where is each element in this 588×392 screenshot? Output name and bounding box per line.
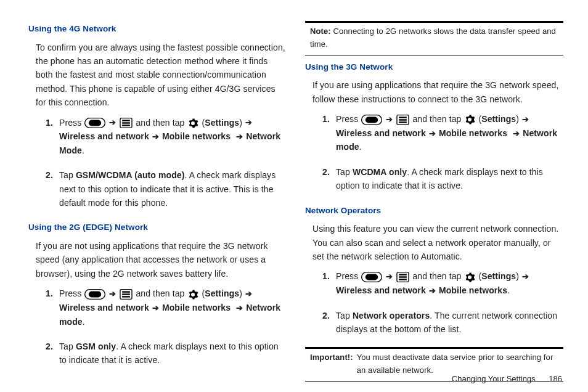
text: ) — [516, 271, 521, 281]
text: ) — [516, 114, 521, 124]
arrow-icon: ➔ — [513, 128, 520, 141]
arrow-icon: ➔ — [152, 302, 159, 315]
text: Press — [336, 114, 361, 124]
text: . — [83, 317, 85, 327]
step-netops-1: Press ➔ and then tap (Settings) ➔ Wirele… — [322, 269, 563, 297]
para-2g: If you are not using applications that r… — [36, 239, 287, 280]
text: Connecting to 2G networks slows the data… — [310, 27, 556, 49]
wireless-label: Wireless and network — [336, 285, 426, 295]
step-2g-2: Tap GSM only. A check mark displays next… — [46, 340, 287, 367]
arrow-icon: ➔ — [245, 116, 252, 129]
menu-key-icon — [396, 272, 409, 282]
para-4g: To confirm you are always using the fast… — [36, 41, 287, 110]
gear-icon — [187, 289, 198, 300]
text: Tap — [59, 341, 76, 351]
menu-key-icon — [120, 118, 133, 128]
rule — [305, 55, 563, 55]
note-label: Note: — [310, 27, 331, 36]
step-3g-1: Press ➔ and then tap (Settings) ➔ Wirele… — [322, 112, 563, 154]
step-2g-1: Press ➔ and then tap (Settings) ➔ Wirele… — [46, 287, 287, 329]
text: ) — [239, 288, 245, 298]
mode-label: GSM only — [76, 341, 116, 351]
heading-4g: Using the 4G Network — [28, 22, 287, 36]
step-4g-1: Press ➔ and then tap (Settings) ➔ Wirele… — [46, 116, 287, 158]
rule — [305, 21, 563, 23]
mobile-label: Mobile networks — [162, 131, 231, 141]
chapter-title: Changing Your Settings — [452, 374, 536, 383]
arrow-icon: ➔ — [386, 271, 393, 284]
note-text: Note: Connecting to 2G networks slows th… — [305, 24, 563, 54]
step-netops-2: Tap Network operators. The current netwo… — [322, 309, 563, 337]
wireless-label: Wireless and network — [59, 303, 149, 312]
text: Press — [59, 118, 84, 128]
text: Press — [59, 288, 84, 298]
arrow-icon: ➔ — [429, 285, 436, 298]
home-key-icon — [84, 118, 105, 128]
heading-2g: Using the 2G (EDGE) Network — [28, 221, 287, 234]
steps-2g: Press ➔ and then tap (Settings) ➔ Wirele… — [28, 287, 287, 367]
text: . — [359, 142, 362, 152]
heading-3g: Using the 3G Network — [305, 60, 563, 74]
steps-4g: Press ➔ and then tap (Settings) ➔ Wirele… — [28, 116, 287, 210]
important-label: Important!: — [310, 351, 353, 377]
text: Tap — [336, 167, 353, 177]
text: and then tap — [412, 271, 463, 281]
page-number: 186 — [549, 374, 562, 383]
mobile-label: Mobile networks — [439, 128, 507, 138]
note-block: Note: Connecting to 2G networks slows th… — [305, 21, 563, 55]
arrow-icon: ➔ — [109, 116, 116, 129]
arrow-icon: ➔ — [386, 113, 393, 126]
home-key-icon — [361, 115, 382, 125]
text: Tap — [336, 311, 353, 321]
arrow-icon: ➔ — [429, 128, 436, 141]
wireless-label: Wireless and network — [59, 131, 149, 141]
settings-label: Settings — [205, 288, 239, 298]
right-column: Note: Connecting to 2G networks slows th… — [305, 18, 563, 386]
mobile-label: Mobile networks — [439, 285, 507, 295]
home-key-icon — [361, 272, 382, 282]
text: You must deactivate data service prior t… — [357, 351, 563, 377]
steps-3g: Press ➔ and then tap (Settings) ➔ Wirele… — [305, 112, 563, 193]
settings-label: Settings — [481, 114, 516, 124]
menu-key-icon — [120, 289, 133, 300]
home-key-icon — [84, 289, 105, 300]
mobile-label: Mobile networks — [162, 303, 231, 312]
text: . — [507, 285, 510, 295]
text: Tap — [59, 170, 76, 180]
arrow-icon: ➔ — [245, 288, 252, 301]
text: Press — [336, 271, 361, 281]
gear-icon — [464, 272, 475, 283]
text: and then tap — [412, 114, 463, 124]
settings-label: Settings — [205, 118, 239, 128]
left-column: Using the 4G Network To confirm you are … — [28, 18, 287, 386]
arrow-icon: ➔ — [236, 131, 243, 144]
text: and then tap — [136, 118, 187, 128]
arrow-icon: ➔ — [522, 271, 529, 284]
gear-icon — [464, 114, 475, 125]
netops-label: Network operators — [353, 311, 430, 321]
mode-label: WCDMA only — [353, 167, 407, 177]
step-4g-2: Tap GSM/WCDMA (auto mode). A check mark … — [46, 168, 287, 210]
rule — [305, 347, 563, 349]
step-3g-2: Tap WCDMA only. A check mark displays ne… — [322, 165, 563, 193]
para-netops: Using this feature you can view the curr… — [312, 222, 563, 263]
wireless-label: Wireless and network — [336, 128, 426, 138]
settings-label: Settings — [481, 271, 516, 281]
steps-netops: Press ➔ and then tap (Settings) ➔ Wirele… — [305, 269, 563, 336]
arrow-icon: ➔ — [152, 131, 159, 144]
arrow-icon: ➔ — [109, 288, 116, 301]
arrow-icon: ➔ — [236, 302, 243, 315]
para-3g: If you are using applications that requi… — [312, 78, 563, 106]
heading-netops: Network Operators — [305, 204, 563, 218]
text: and then tap — [136, 288, 187, 298]
text: . — [82, 145, 84, 155]
mode-label: GSM/WCDMA (auto mode) — [76, 170, 185, 180]
page: Using the 4G Network To confirm you are … — [0, 0, 588, 392]
gear-icon — [187, 118, 198, 129]
menu-key-icon — [396, 115, 409, 125]
arrow-icon: ➔ — [522, 113, 529, 126]
page-footer: Changing Your Settings 186 — [452, 374, 562, 383]
text: ) — [239, 118, 245, 128]
